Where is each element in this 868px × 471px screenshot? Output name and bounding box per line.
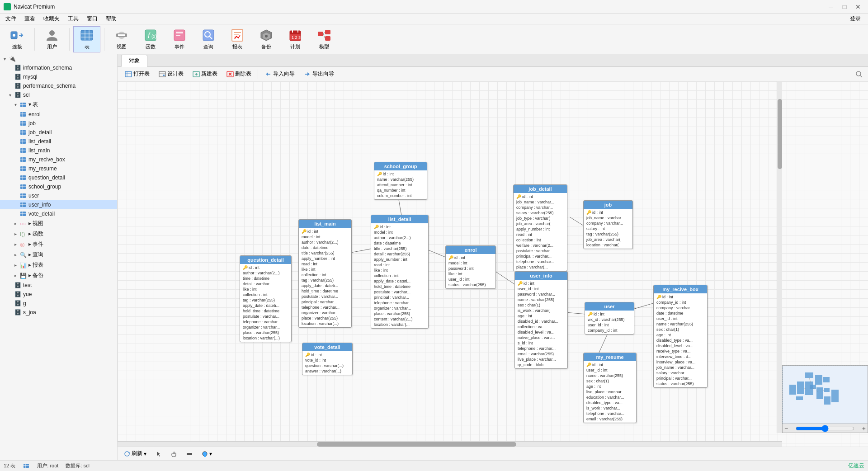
sidebar-events[interactable]: ▸ ◎ ▸ 事件 [0,239,117,250]
er-table-question-detail[interactable]: question_detail 🔑id : int author : varch… [240,255,292,342]
sidebar-reports[interactable]: ▸ 📊 ▸ 报表 [0,260,117,270]
tree-tables-group[interactable]: ▾ ▾ 表 [0,99,117,110]
er-table-job[interactable]: job 🔑id : int job_name : varchar... comp… [583,200,633,249]
menu-file[interactable]: 文件 [2,14,20,24]
toolbar-backup-button[interactable]: 备份 [253,26,280,52]
sidebar-table-enrol[interactable]: enrol [0,110,117,119]
horizontal-scrollbar[interactable] [118,441,782,447]
toolbar-connect-button[interactable]: 连接 [4,26,31,52]
toolbar-view-button[interactable]: 视图 [108,26,135,52]
toolbar-report-button[interactable]: 报表 [224,26,251,52]
refresh-button[interactable]: 刷新 ▾ [121,449,149,458]
new-table-icon [193,71,200,78]
toolbar-user-button[interactable]: 用户 [38,26,66,52]
tree-root[interactable]: ▾ 🔌 [0,54,117,63]
sidebar-functions[interactable]: ▸ f() ▸ 函数 [0,229,117,239]
sidebar-table-school-group[interactable]: school_group [0,182,117,191]
menu-tools[interactable]: 工具 [64,14,82,24]
maximize-button[interactable]: □ [838,2,851,11]
toolbar-function-button[interactable]: f (x) 函数 [137,26,164,52]
new-table-button[interactable]: 新建表 [189,69,221,79]
import-wizard-button[interactable]: 导入向导 [261,69,298,79]
er-field: principal : varchar... [373,295,426,300]
open-table-button[interactable]: 打开表 [121,69,153,79]
sidebar-table-user-info[interactable]: user_info [0,200,117,209]
sidebar-table-my-recive-box[interactable]: my_recive_box [0,155,117,164]
refresh-dropdown[interactable]: ▾ [144,451,146,457]
sidebar-backups[interactable]: ▸ 💾 ▸ 备份 [0,270,117,281]
er-field: author : varchar(2...) [373,235,426,240]
scrollbar-thumb-v[interactable] [778,99,782,170]
er-table-list-detail[interactable]: list_detail 🔑id : int model : int author… [371,215,429,329]
er-table-vote-detail[interactable]: vote_detail 🔑id : int vote_id : int ques… [302,343,353,375]
er-table-user[interactable]: user 🔑id : int wx_id : varchar(255) user… [585,302,634,334]
tree-information-schema[interactable]: 🗄️ information_schema [0,63,117,72]
toolbar-schedule-button[interactable]: 1 2 3 计划 [282,26,309,52]
sidebar-table-list-detail[interactable]: list_detail [0,137,117,146]
toolbar-table-button[interactable]: 表 [73,26,100,52]
ruler-button[interactable] [184,450,195,458]
sidebar-table-list-main[interactable]: list_main [0,146,117,155]
svg-rect-10 [118,34,125,36]
tree-mysql[interactable]: 🗄️ mysql [0,72,117,81]
design-table-button[interactable]: 设计表 [155,69,187,79]
sidebar-g[interactable]: 🗄️ g [0,299,117,308]
er-field: telephone : varchar... [373,300,426,306]
sidebar-test[interactable]: 🗄️ test [0,281,117,290]
svg-line-93 [570,217,584,226]
er-table-school-group[interactable]: school_group 🔑id : int name : varchar(25… [374,162,427,200]
er-table-list-main[interactable]: list_main 🔑id : int model : int author :… [298,219,352,328]
close-button[interactable]: ✕ [852,2,864,11]
sidebar-yue[interactable]: 🗄️ yue [0,290,117,299]
sidebar-views[interactable]: ▸ ○○ ▸ 视图 [0,218,117,229]
menu-help[interactable]: 帮助 [102,14,120,24]
sidebar-table-vote-detail[interactable]: vote_detail [0,209,117,218]
menu-favorites[interactable]: 收藏夹 [40,14,63,24]
sidebar-table-job-detail[interactable]: job_detail [0,128,117,137]
hand-button[interactable] [168,450,180,458]
er-table-my-recive-box[interactable]: my_recive_box 🔑id : int company_id : int… [653,285,708,388]
zoom-minus-button[interactable]: − [784,425,788,432]
menu-view[interactable]: 查看 [21,14,39,24]
sidebar-table-job[interactable]: job [0,119,117,128]
toolbar-query-button[interactable]: 查询 [195,26,222,52]
delete-table-button[interactable]: 删除表 [223,69,255,79]
er-table-my-resume[interactable]: my_resume 🔑id : int user_id : int name :… [583,353,637,423]
toolbar-model-button[interactable]: 模型 [311,26,338,52]
er-table-enrol[interactable]: enrol 🔑id : int model : int password : i… [445,245,496,289]
toolbar-event-button[interactable]: 事件 [166,26,193,52]
scrollbar-thumb[interactable] [317,442,516,447]
sidebar-queries[interactable]: ▸ 🔍 ▸ 查询 [0,250,117,260]
menu-window[interactable]: 窗口 [83,14,101,24]
er-field: tag : varchar(255) [301,278,349,283]
er-table-job-detail[interactable]: job_detail 🔑id : int job_name : varchar.… [513,184,567,271]
tabbar: 对象 [118,54,868,67]
er-field: collection : int [242,292,289,297]
sidebar-table-user[interactable]: user [0,191,117,200]
er-table-user-info[interactable]: user_info 🔑id : int user_id : int passwo… [514,271,568,369]
zoom-plus-button[interactable]: + [862,425,866,432]
er-field: detail : varchar(255) [373,251,426,257]
cursor-button[interactable] [153,450,165,458]
color-button[interactable]: ▾ [199,450,215,458]
tree-scl[interactable]: ▾ 🗄️ scl [0,90,117,99]
tree-performance-schema[interactable]: 🗄️ performance_schema [0,81,117,90]
search-button[interactable] [854,69,864,80]
sidebar[interactable]: ▾ 🔌 🗄️ information_schema 🗄️ mysql [0,54,118,460]
vertical-scrollbar[interactable] [777,81,782,433]
export-wizard-button[interactable]: 导出向导 [300,69,338,79]
login-button[interactable]: 登录 [844,14,866,24]
sidebar-s-joa[interactable]: 🗄️ s_joa [0,308,117,317]
sidebar-table-question-detail[interactable]: question_detail [0,173,117,182]
db-icon-ps: 🗄️ [14,83,22,89]
zoom-slider[interactable] [796,426,854,431]
er-field: answer : varchar(...) [304,368,350,374]
minimize-button[interactable]: ─ [825,2,837,11]
er-field: apply_number : int [373,257,426,262]
er-field: 🔑id : int [373,224,426,230]
event-group-icon: ◎ [20,241,27,248]
toolbar-sep-3 [104,28,104,51]
er-canvas[interactable]: school_group 🔑id : int name : varchar(25… [118,81,868,447]
sidebar-table-my-resume[interactable]: my_resume [0,164,117,173]
tab-objects[interactable]: 对象 [121,55,147,67]
